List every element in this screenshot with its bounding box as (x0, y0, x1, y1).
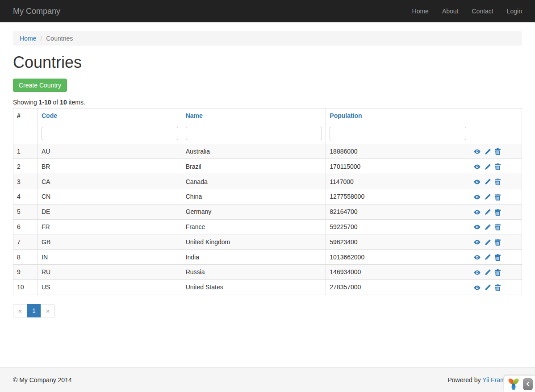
view-button[interactable] (474, 239, 481, 245)
table-row: 10 US United States 278357000 (13, 279, 522, 295)
view-button[interactable] (474, 224, 481, 230)
prev-page-icon[interactable]: « (13, 304, 27, 317)
row-serial: 8 (13, 250, 38, 265)
sort-population-link[interactable]: Population (330, 112, 362, 119)
nav-item-home[interactable]: Home (405, 0, 435, 22)
delete-button[interactable] (495, 269, 501, 276)
row-code: IN (38, 250, 182, 265)
breadcrumb: Home / Countries (13, 31, 522, 46)
row-serial: 6 (13, 219, 38, 234)
view-button[interactable] (474, 164, 481, 170)
trash-icon (495, 148, 501, 155)
row-serial: 7 (13, 234, 38, 250)
pagination-next[interactable]: » (41, 304, 55, 317)
create-country-button[interactable]: Create Country (13, 79, 67, 92)
pencil-icon (485, 224, 491, 230)
update-button[interactable] (485, 254, 491, 260)
view-button[interactable] (474, 270, 481, 275)
delete-button[interactable] (495, 163, 501, 170)
eye-icon (474, 239, 481, 245)
pagination-page-1[interactable]: 1 (27, 304, 41, 317)
update-button[interactable] (485, 149, 491, 155)
next-page-icon[interactable]: » (41, 304, 55, 317)
delete-button[interactable] (495, 284, 501, 291)
trash-icon (495, 269, 501, 276)
delete-button[interactable] (495, 179, 501, 185)
name-filter-input[interactable] (186, 127, 322, 140)
population-filter-input[interactable] (330, 127, 466, 140)
row-name: France (182, 219, 326, 234)
nav-item-about[interactable]: About (435, 0, 465, 22)
nav-item-contact[interactable]: Contact (465, 0, 500, 22)
header-actions (470, 108, 522, 123)
header-serial: # (13, 108, 38, 123)
view-button[interactable] (474, 254, 481, 260)
row-code: AU (38, 144, 182, 159)
update-button[interactable] (485, 284, 491, 291)
pencil-icon (485, 164, 491, 170)
row-code: FR (38, 219, 182, 234)
update-button[interactable] (485, 269, 491, 275)
row-code: GB (38, 234, 182, 250)
table-body: 1 AU Australia 18886000 2 BR (13, 144, 522, 295)
eye-icon (474, 270, 481, 275)
grid-filter-row (13, 123, 522, 144)
row-serial: 10 (13, 279, 38, 295)
row-population: 59225700 (326, 219, 470, 234)
view-button[interactable] (474, 179, 481, 185)
delete-button[interactable] (495, 209, 501, 216)
sort-name-link[interactable]: Name (186, 112, 203, 119)
trash-icon (495, 239, 501, 246)
row-population: 170115000 (326, 159, 470, 174)
navbar-brand[interactable]: My Company (13, 0, 60, 22)
update-button[interactable] (485, 239, 491, 246)
update-button[interactable] (485, 194, 491, 200)
row-actions (470, 204, 522, 219)
yii-logo-icon (507, 377, 520, 391)
row-population: 59623400 (326, 234, 470, 250)
delete-button[interactable] (495, 239, 501, 246)
table-row: 1 AU Australia 18886000 (13, 144, 522, 159)
debug-toolbar (504, 375, 535, 392)
sort-code-link[interactable]: Code (42, 112, 57, 119)
row-name: Russia (182, 264, 326, 279)
code-filter-input[interactable] (42, 127, 178, 140)
delete-button[interactable] (495, 148, 501, 155)
delete-button[interactable] (495, 194, 501, 200)
pagination-prev[interactable]: « (13, 304, 27, 317)
nav-item-login[interactable]: Login (500, 0, 522, 22)
row-code: US (38, 279, 182, 295)
grid-header-row: # Code Name Population (13, 108, 522, 123)
update-button[interactable] (485, 209, 491, 215)
table-row: 5 DE Germany 82164700 (13, 204, 522, 219)
update-button[interactable] (485, 179, 491, 185)
row-actions (470, 219, 522, 234)
trash-icon (495, 254, 501, 261)
view-button[interactable] (474, 209, 481, 215)
row-code: CA (38, 174, 182, 189)
update-button[interactable] (485, 164, 491, 170)
breadcrumb-home-link[interactable]: Home (20, 35, 36, 42)
pencil-icon (485, 194, 491, 200)
row-code: DE (38, 204, 182, 219)
view-button[interactable] (474, 149, 481, 154)
row-population: 1277558000 (326, 189, 470, 204)
header-code: Code (38, 108, 182, 123)
row-serial: 5 (13, 204, 38, 219)
row-code: CN (38, 189, 182, 204)
row-serial: 4 (13, 189, 38, 204)
update-button[interactable] (485, 224, 491, 230)
debug-expand-button[interactable] (523, 378, 533, 390)
view-button[interactable] (474, 285, 481, 291)
row-actions (470, 250, 522, 265)
trash-icon (495, 194, 501, 200)
filter-cell-serial (13, 123, 38, 144)
delete-button[interactable] (495, 224, 501, 230)
row-actions (470, 174, 522, 189)
navbar: My Company Home About Contact Login (0, 0, 535, 22)
breadcrumb-separator: / (36, 35, 46, 42)
row-actions (470, 159, 522, 174)
delete-button[interactable] (495, 254, 501, 261)
table-row: 7 GB United Kingdom 59623400 (13, 234, 522, 250)
view-button[interactable] (474, 194, 481, 200)
